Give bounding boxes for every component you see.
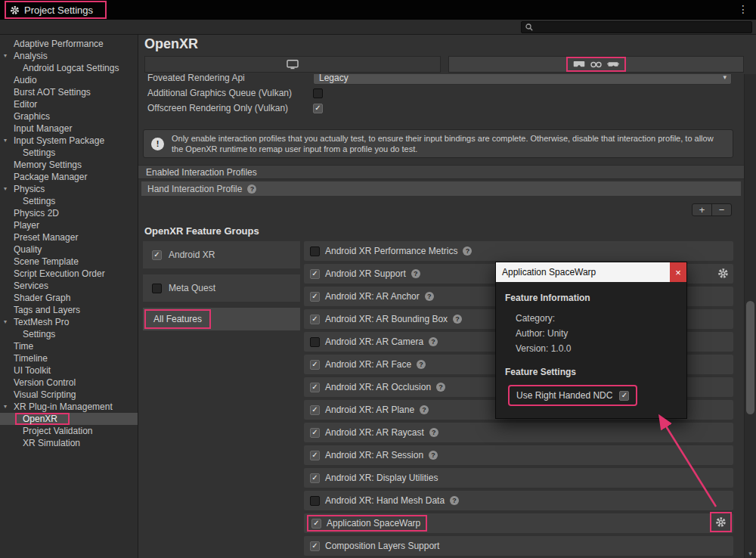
popup-titlebar[interactable]: Application SpaceWarp ×	[496, 262, 686, 282]
sidebar-item-services[interactable]: Services	[0, 280, 138, 292]
kebab-menu-icon[interactable]: ⋮	[738, 3, 748, 15]
foldout-arrow-icon[interactable]: ▾	[4, 316, 7, 328]
sidebar-item-burst-aot-settings[interactable]: Burst AOT Settings	[0, 86, 138, 98]
feature-settings-gear-icon[interactable]	[715, 516, 727, 528]
foldout-arrow-icon[interactable]: ▾	[4, 135, 7, 147]
help-icon[interactable]: ?	[436, 383, 445, 392]
help-icon[interactable]: ?	[429, 337, 438, 346]
foldout-arrow-icon[interactable]: ▾	[4, 183, 7, 195]
feature-checkbox[interactable]: ✓	[310, 473, 320, 483]
help-icon[interactable]: ?	[429, 428, 438, 437]
sidebar-item-input-system-settings[interactable]: Settings	[0, 147, 138, 159]
sidebar-item-analysis[interactable]: ▾Analysis	[0, 50, 138, 62]
sidebar-item-player[interactable]: Player	[0, 219, 138, 231]
sidebar-item-physics[interactable]: ▾Physics	[0, 183, 138, 195]
help-icon[interactable]: ?	[417, 360, 426, 369]
vertical-scrollbar[interactable]: ▾	[744, 74, 756, 558]
feature-row-application-spacewarp[interactable]: ✓ Application SpaceWarp	[304, 513, 733, 533]
sidebar-item-adaptive-performance[interactable]: Adaptive Performance	[0, 38, 138, 50]
sidebar-item-quality[interactable]: Quality	[0, 243, 138, 256]
remove-profile-button[interactable]: −	[712, 204, 731, 215]
help-icon[interactable]: ?	[411, 269, 420, 278]
feature-checkbox[interactable]: ✓	[310, 428, 320, 438]
search-input[interactable]	[537, 23, 748, 32]
property-label: Additional Graphics Queue (Vulkan)	[147, 88, 313, 98]
help-icon[interactable]: ?	[247, 184, 256, 194]
sidebar-item-android-logcat-settings[interactable]: Android Logcat Settings	[0, 62, 138, 74]
sidebar-item-xr-simulation[interactable]: XR Simulation	[0, 437, 138, 449]
info-text: Only enable interaction profiles that yo…	[172, 133, 725, 154]
sidebar-item-timeline[interactable]: Timeline	[0, 352, 138, 364]
sidebar-item-textmesh-pro[interactable]: ▾TextMesh Pro	[0, 316, 138, 328]
sidebar-item-tags-and-layers[interactable]: Tags and Layers	[0, 304, 138, 316]
sidebar-item-version-control[interactable]: Version Control	[0, 377, 138, 389]
help-icon[interactable]: ?	[420, 405, 429, 414]
add-profile-button[interactable]: +	[692, 204, 712, 215]
sidebar-item-package-manager[interactable]: Package Manager	[0, 171, 138, 183]
sidebar-item-scene-template[interactable]: Scene Template	[0, 256, 138, 268]
feature-checkbox[interactable]: ✓	[310, 315, 320, 324]
sidebar-item-preset-manager[interactable]: Preset Manager	[0, 231, 138, 243]
feature-checkbox[interactable]	[310, 246, 320, 256]
sidebar-item-ui-toolkit[interactable]: UI Toolkit	[0, 364, 138, 377]
scroll-down-arrow-icon[interactable]: ▾	[745, 550, 756, 557]
sidebar-item-openxr[interactable]: OpenXR	[0, 413, 138, 425]
sidebar-item-textmesh-settings[interactable]: Settings	[0, 328, 138, 340]
tab-desktop[interactable]	[144, 56, 441, 73]
offscreen-rendering-row: Offscreen Rendering Only (Vulkan) ✓	[138, 101, 744, 116]
help-icon[interactable]: ?	[425, 292, 434, 301]
sidebar-item-physics-2d[interactable]: Physics 2D	[0, 207, 138, 219]
feature-group-checkbox[interactable]: ✓	[152, 250, 162, 260]
graphics-queue-checkbox[interactable]	[313, 88, 323, 98]
feature-row-display-utilities[interactable]: ✓ Android XR: Display Utilities	[304, 468, 733, 488]
feature-row-ar-raycast[interactable]: ✓ Android XR: AR Raycast ?	[304, 423, 733, 442]
feature-row-ar-session[interactable]: ✓ Android XR: AR Session ?	[304, 445, 733, 465]
foldout-arrow-icon[interactable]: ▾	[4, 401, 7, 413]
scrollbar-thumb[interactable]	[746, 301, 754, 414]
sidebar-item-input-manager[interactable]: Input Manager	[0, 122, 138, 135]
foldout-arrow-icon[interactable]: ▾	[4, 50, 7, 62]
feature-group-android-xr[interactable]: ✓ Android XR	[143, 241, 300, 268]
feature-group-checkbox[interactable]	[152, 284, 162, 293]
help-icon[interactable]: ?	[453, 315, 462, 324]
sidebar-item-visual-scripting[interactable]: Visual Scripting	[0, 389, 138, 401]
feature-checkbox[interactable]: ✓	[310, 292, 320, 302]
offscreen-rendering-checkbox[interactable]: ✓	[313, 104, 323, 113]
use-right-handed-ndc-checkbox[interactable]: ✓	[619, 391, 629, 401]
help-icon[interactable]: ?	[429, 451, 438, 460]
feature-checkbox[interactable]: ✓	[310, 405, 320, 415]
sidebar-item-shader-graph[interactable]: Shader Graph	[0, 292, 138, 304]
feature-checkbox[interactable]	[310, 496, 320, 506]
feature-group-meta-quest[interactable]: Meta Quest	[143, 274, 300, 302]
feature-checkbox[interactable]: ✓	[310, 541, 320, 551]
sidebar-item-memory-settings[interactable]: Memory Settings	[0, 159, 138, 171]
help-icon[interactable]: ?	[450, 496, 459, 505]
hand-interaction-profile-row[interactable]: Hand Interaction Profile ?	[141, 181, 741, 196]
property-label: Offscreen Rendering Only (Vulkan)	[147, 103, 313, 113]
sidebar-item-project-validation[interactable]: Project Validation	[0, 425, 138, 437]
feature-group-all-features[interactable]: All Features	[143, 308, 300, 330]
sidebar-item-script-execution-order[interactable]: Script Execution Order	[0, 268, 138, 280]
sidebar-item-xr-plugin-management[interactable]: ▾XR Plug-in Management	[0, 401, 138, 413]
feature-checkbox[interactable]: ✓	[310, 360, 320, 370]
sidebar-item-physics-settings[interactable]: Settings	[0, 195, 138, 207]
sidebar-item-time[interactable]: Time	[0, 340, 138, 352]
sidebar-item-graphics[interactable]: Graphics	[0, 110, 138, 122]
sidebar-item-input-system-package[interactable]: ▾Input System Package	[0, 135, 138, 147]
sidebar-item-editor[interactable]: Editor	[0, 98, 138, 110]
feature-checkbox[interactable]: ✓	[310, 451, 320, 460]
feature-row-hand-mesh-data[interactable]: Android XR: Hand Mesh Data ?	[304, 491, 733, 510]
feature-row-performance-metrics[interactable]: Android XR Performance Metrics ?	[304, 241, 733, 261]
feature-checkbox[interactable]	[310, 337, 320, 347]
help-icon[interactable]: ?	[463, 246, 472, 256]
close-icon[interactable]: ×	[670, 262, 686, 282]
feature-checkbox[interactable]: ✓	[311, 519, 321, 529]
feature-row-composition-layers[interactable]: ✓ Composition Layers Support	[304, 536, 733, 556]
foveated-rendering-dropdown[interactable]: Legacy ▾	[313, 74, 732, 85]
sidebar-item-audio[interactable]: Audio	[0, 74, 138, 86]
feature-settings-gear-icon[interactable]	[717, 268, 729, 279]
feature-checkbox[interactable]: ✓	[310, 269, 320, 279]
tab-android-xr[interactable]	[448, 56, 745, 73]
feature-checkbox[interactable]: ✓	[310, 383, 320, 392]
search-box[interactable]	[521, 21, 752, 33]
